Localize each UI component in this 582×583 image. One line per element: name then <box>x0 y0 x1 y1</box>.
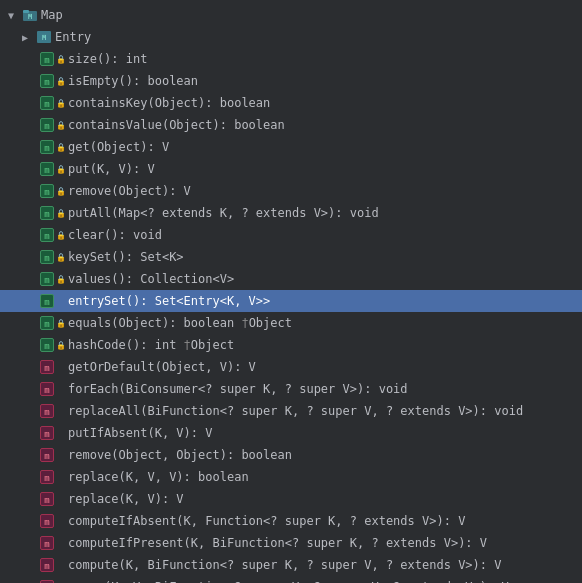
method-icon-getOrDefault: m <box>40 360 54 374</box>
lock-icon: 🔒 <box>56 209 66 218</box>
method-icon-keySet: m <box>40 250 54 264</box>
lock-icon: 🔒 <box>56 121 66 130</box>
map-folder-icon: M <box>22 7 38 23</box>
method-item-remove[interactable]: m 🔒 remove(Object): V <box>0 180 582 202</box>
method-icon-entrySet: m <box>40 294 54 308</box>
method-text-put: put(K, V): V <box>68 162 155 176</box>
method-text-putAll: putAll(Map<? extends K, ? extends V>): v… <box>68 206 379 220</box>
svg-text:M: M <box>42 34 46 42</box>
method-item-remove2[interactable]: m remove(Object, Object): boolean <box>0 444 582 466</box>
method-text-hashCode: hashCode(): int †Object <box>68 338 234 352</box>
method-text-isEmpty: isEmpty(): boolean <box>68 74 198 88</box>
lock-icon: 🔒 <box>56 253 66 262</box>
method-item-put[interactable]: m 🔒 put(K, V): V <box>0 158 582 180</box>
method-icon-replace2: m <box>40 492 54 506</box>
method-text-remove2: remove(Object, Object): boolean <box>68 448 292 462</box>
method-text-forEach: forEach(BiConsumer<? super K, ? super V>… <box>68 382 408 396</box>
lock-icon: 🔒 <box>56 187 66 196</box>
method-icon-get: m <box>40 140 54 154</box>
method-item-getOrDefault[interactable]: m getOrDefault(Object, V): V <box>0 356 582 378</box>
method-item-containsValue[interactable]: m 🔒 containsValue(Object): boolean <box>0 114 582 136</box>
method-icon-isEmpty: m <box>40 74 54 88</box>
method-text-equals: equals(Object): boolean †Object <box>68 316 292 330</box>
method-text-containsValue: containsValue(Object): boolean <box>68 118 285 132</box>
method-text-computeIfPresent: computeIfPresent(K, BiFunction<? super K… <box>68 536 487 550</box>
lock-icon: 🔒 <box>56 99 66 108</box>
svg-text:M: M <box>28 13 32 21</box>
method-item-clear[interactable]: m 🔒 clear(): void <box>0 224 582 246</box>
method-item-forEach[interactable]: m forEach(BiConsumer<? super K, ? super … <box>0 378 582 400</box>
method-text-clear: clear(): void <box>68 228 162 242</box>
method-text-replace1: replace(K, V, V): boolean <box>68 470 249 484</box>
method-icon-computeIfAbsent: m <box>40 514 54 528</box>
method-text-putIfAbsent: putIfAbsent(K, V): V <box>68 426 213 440</box>
entry-class-icon: M <box>36 29 52 45</box>
method-item-replace1[interactable]: m replace(K, V, V): boolean <box>0 466 582 488</box>
tree-root-map[interactable]: ▼ M Map <box>0 4 582 26</box>
method-item-entrySet[interactable]: m entrySet(): Set<Entry<K, V>> <box>0 290 582 312</box>
lock-icon: 🔒 <box>56 143 66 152</box>
items-container: m 🔒 size(): int m 🔒 isEmpty(): boolean m… <box>0 48 582 583</box>
lock-icon: 🔒 <box>56 231 66 240</box>
method-item-putIfAbsent[interactable]: m putIfAbsent(K, V): V <box>0 422 582 444</box>
method-icon-putAll: m <box>40 206 54 220</box>
method-text-size: size(): int <box>68 52 147 66</box>
lock-icon: 🔒 <box>56 77 66 86</box>
method-icon-size: m <box>40 52 54 66</box>
method-item-isEmpty[interactable]: m 🔒 isEmpty(): boolean <box>0 70 582 92</box>
method-icon-clear: m <box>40 228 54 242</box>
method-text-replaceAll: replaceAll(BiFunction<? super K, ? super… <box>68 404 523 418</box>
method-text-compute: compute(K, BiFunction<? super K, ? super… <box>68 558 501 572</box>
method-icon-containsValue: m <box>40 118 54 132</box>
method-text-values: values(): Collection<V> <box>68 272 234 286</box>
method-text-replace2: replace(K, V): V <box>68 492 184 506</box>
map-label: Map <box>41 8 63 22</box>
method-icon-put: m <box>40 162 54 176</box>
method-text-remove: remove(Object): V <box>68 184 191 198</box>
method-item-computeIfPresent[interactable]: m computeIfPresent(K, BiFunction<? super… <box>0 532 582 554</box>
method-item-containsKey[interactable]: m 🔒 containsKey(Object): boolean <box>0 92 582 114</box>
method-icon-equals: m <box>40 316 54 330</box>
method-icon-remove2: m <box>40 448 54 462</box>
method-icon-remove: m <box>40 184 54 198</box>
lock-icon: 🔒 <box>56 341 66 350</box>
method-text-containsKey: containsKey(Object): boolean <box>68 96 270 110</box>
entry-label: Entry <box>55 30 91 44</box>
lock-icon: 🔒 <box>56 55 66 64</box>
tree-entry[interactable]: ▶ M Entry <box>0 26 582 48</box>
lock-icon: 🔒 <box>56 319 66 328</box>
method-item-hashCode[interactable]: m 🔒 hashCode(): int †Object <box>0 334 582 356</box>
expand-arrow-entry[interactable]: ▶ <box>22 32 36 43</box>
method-item-size[interactable]: m 🔒 size(): int <box>0 48 582 70</box>
method-text-get: get(Object): V <box>68 140 169 154</box>
method-item-get[interactable]: m 🔒 get(Object): V <box>0 136 582 158</box>
method-item-replaceAll[interactable]: m replaceAll(BiFunction<? super K, ? sup… <box>0 400 582 422</box>
method-item-equals[interactable]: m 🔒 equals(Object): boolean †Object <box>0 312 582 334</box>
method-text-entrySet: entrySet(): Set<Entry<K, V>> <box>68 294 270 308</box>
method-item-compute[interactable]: m compute(K, BiFunction<? super K, ? sup… <box>0 554 582 576</box>
method-item-keySet[interactable]: m 🔒 keySet(): Set<K> <box>0 246 582 268</box>
lock-icon: 🔒 <box>56 165 66 174</box>
method-icon-computeIfPresent: m <box>40 536 54 550</box>
method-icon-hashCode: m <box>40 338 54 352</box>
method-text-computeIfAbsent: computeIfAbsent(K, Function<? super K, ?… <box>68 514 465 528</box>
method-icon-putIfAbsent: m <box>40 426 54 440</box>
tree-container: ▼ M Map ▶ M Entry m 🔒 size(): int <box>0 0 582 583</box>
method-text-getOrDefault: getOrDefault(Object, V): V <box>68 360 256 374</box>
method-item-putAll[interactable]: m 🔒 putAll(Map<? extends K, ? extends V>… <box>0 202 582 224</box>
method-item-replace2[interactable]: m replace(K, V): V <box>0 488 582 510</box>
method-icon-forEach: m <box>40 382 54 396</box>
method-icon-replace1: m <box>40 470 54 484</box>
method-item-computeIfAbsent[interactable]: m computeIfAbsent(K, Function<? super K,… <box>0 510 582 532</box>
method-item-merge[interactable]: m merge(K, V, BiFunction<? super V, ? su… <box>0 576 582 583</box>
method-icon-replaceAll: m <box>40 404 54 418</box>
lock-icon: 🔒 <box>56 275 66 284</box>
method-icon-values: m <box>40 272 54 286</box>
method-item-values[interactable]: m 🔒 values(): Collection<V> <box>0 268 582 290</box>
method-icon-containsKey: m <box>40 96 54 110</box>
method-icon-compute: m <box>40 558 54 572</box>
expand-arrow-map[interactable]: ▼ <box>8 10 22 21</box>
method-text-keySet: keySet(): Set<K> <box>68 250 184 264</box>
